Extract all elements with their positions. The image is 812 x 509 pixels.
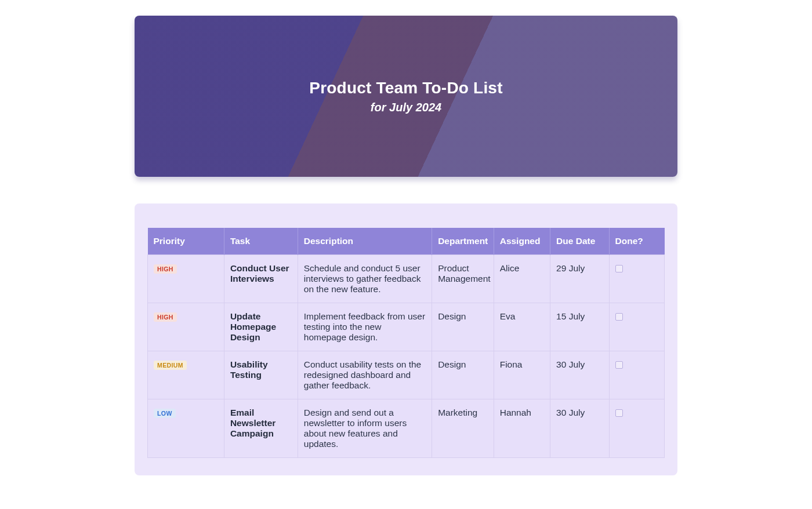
cell-task: Email Newsletter Campaign — [224, 399, 298, 458]
priority-badge: LOW — [154, 409, 176, 418]
page-subtitle: for July 2024 — [371, 101, 441, 114]
cell-due-date: 15 July — [550, 303, 609, 351]
header-due-date: Due Date — [550, 228, 609, 255]
done-checkbox[interactable] — [615, 313, 623, 321]
cell-priority: MEDIUM — [148, 351, 224, 399]
cell-department: Design — [432, 351, 494, 399]
cell-department: Design — [432, 303, 494, 351]
cell-assigned: Fiona — [494, 351, 550, 399]
cell-priority: HIGH — [148, 255, 224, 303]
priority-badge: HIGH — [154, 312, 177, 322]
todo-card: Priority Task Description Department Ass… — [135, 203, 677, 475]
cell-description: Conduct usability tests on the redesigne… — [298, 351, 432, 399]
cell-department: Marketing — [432, 399, 494, 458]
header-department: Department — [432, 228, 494, 255]
done-checkbox[interactable] — [615, 361, 623, 369]
cell-description: Design and send out a newsletter to info… — [298, 399, 432, 458]
done-checkbox[interactable] — [615, 265, 623, 272]
cell-assigned: Hannah — [494, 399, 550, 458]
cell-task: Conduct User Interviews — [224, 255, 298, 303]
todo-table: Priority Task Description Department Ass… — [147, 228, 665, 458]
cell-priority: HIGH — [148, 303, 224, 351]
cell-done — [609, 303, 664, 351]
table-row: MEDIUMUsability TestingConduct usability… — [148, 351, 665, 399]
cell-description: Implement feedback from user testing int… — [298, 303, 432, 351]
cell-assigned: Alice — [494, 255, 550, 303]
hero-banner: Product Team To-Do List for July 2024 — [135, 16, 677, 177]
cell-task: Usability Testing — [224, 351, 298, 399]
table-row: HIGHConduct User InterviewsSchedule and … — [148, 255, 665, 303]
header-description: Description — [298, 228, 432, 255]
cell-due-date: 30 July — [550, 351, 609, 399]
cell-done — [609, 255, 664, 303]
header-assigned: Assigned — [494, 228, 550, 255]
priority-badge: HIGH — [154, 264, 177, 274]
cell-description: Schedule and conduct 5 user interviews t… — [298, 255, 432, 303]
table-row: HIGHUpdate Homepage DesignImplement feed… — [148, 303, 665, 351]
cell-assigned: Eva — [494, 303, 550, 351]
cell-done — [609, 351, 664, 399]
cell-task: Update Homepage Design — [224, 303, 298, 351]
table-header-row: Priority Task Description Department Ass… — [148, 228, 665, 255]
cell-done — [609, 399, 664, 458]
page-title: Product Team To-Do List — [309, 79, 502, 97]
cell-department: Product Management — [432, 255, 494, 303]
header-task: Task — [224, 228, 298, 255]
done-checkbox[interactable] — [615, 409, 623, 417]
table-row: LOWEmail Newsletter CampaignDesign and s… — [148, 399, 665, 458]
cell-due-date: 29 July — [550, 255, 609, 303]
header-done: Done? — [609, 228, 664, 255]
priority-badge: MEDIUM — [154, 361, 187, 370]
cell-due-date: 30 July — [550, 399, 609, 458]
header-priority: Priority — [148, 228, 224, 255]
cell-priority: LOW — [148, 399, 224, 458]
